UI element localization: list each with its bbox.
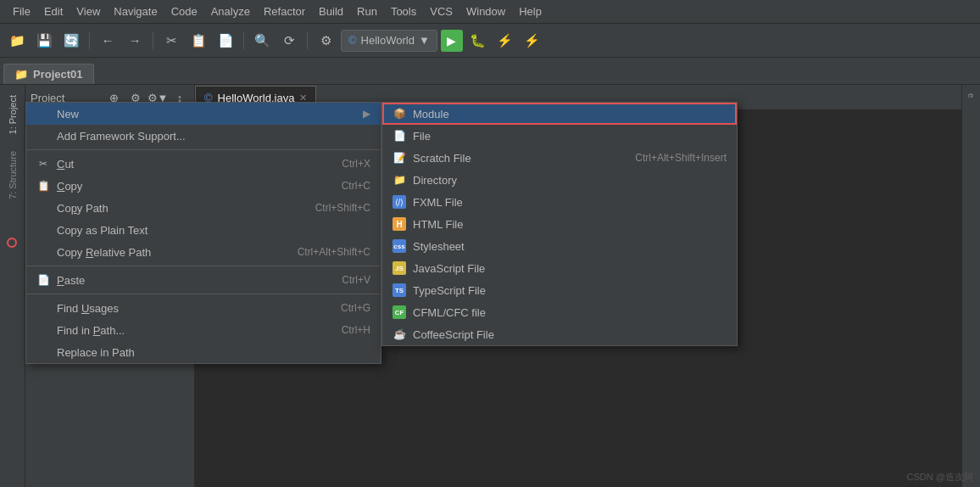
cm-item-new[interactable]: New ▶ xyxy=(26,103,381,125)
open-folder-btn[interactable]: 📁 xyxy=(5,29,29,53)
right-sidebar-label[interactable]: e xyxy=(965,88,977,104)
search-btn[interactable]: 🔍 xyxy=(250,29,274,53)
submenu-shortcut-scratch: Ctrl+Alt+Shift+Insert xyxy=(635,152,727,164)
paste-btn[interactable]: 📄 xyxy=(214,29,237,53)
back-btn[interactable]: ← xyxy=(96,29,120,53)
submenu-item-file[interactable]: 📄 File xyxy=(382,125,737,147)
menu-vcs[interactable]: VCS xyxy=(424,3,459,20)
cm-item-find-path-left: Find in Path... xyxy=(36,323,125,337)
toolbar-sep-3 xyxy=(243,32,244,49)
submenu-item-html-left: H HTML File xyxy=(393,217,463,231)
save-btn[interactable]: 💾 xyxy=(32,29,56,53)
run-config-btn[interactable]: ⚙ xyxy=(314,29,337,53)
replace-btn[interactable]: ⟳ xyxy=(277,29,301,53)
submenu-item-fxml[interactable]: ⟨/⟩ FXML File xyxy=(382,191,737,213)
menu-build[interactable]: Build xyxy=(313,3,349,20)
cm-sep-1 xyxy=(26,149,381,150)
cm-item-replace-path-left: Replace in Path xyxy=(36,345,135,359)
cm-item-copy[interactable]: 📋 Copy Ctrl+C xyxy=(26,175,381,197)
menu-tools[interactable]: Tools xyxy=(385,3,422,20)
submenu-label-html: HTML File xyxy=(413,218,463,231)
cut-icon: ✂ xyxy=(36,157,50,171)
cm-item-cut[interactable]: ✂ Cut Ctrl+X xyxy=(26,153,381,175)
menu-view[interactable]: View xyxy=(70,3,106,20)
cm-item-copy-path[interactable]: Copy Path Ctrl+Shift+C xyxy=(26,197,381,219)
cm-shortcut-find-usages: Ctrl+G xyxy=(341,302,370,314)
submenu-item-ts-left: TS TypeScript File xyxy=(393,283,486,297)
submenu-label-file: File xyxy=(413,130,431,143)
cm-icon-replace-path xyxy=(36,345,50,359)
cm-label-replace-path: Replace in Path xyxy=(57,346,135,359)
menu-edit[interactable]: Edit xyxy=(38,3,69,20)
profile-btn[interactable]: ⚡ xyxy=(521,29,544,53)
cm-label-find-path: Find in Path... xyxy=(57,324,125,337)
menu-file[interactable]: File xyxy=(7,3,36,20)
submenu-new: 📦 Module 📄 File 📝 Scratch File Ctrl+Alt+… xyxy=(381,102,738,346)
menu-refactor[interactable]: Refactor xyxy=(258,3,311,20)
cm-item-find-path[interactable]: Find in Path... Ctrl+H xyxy=(26,319,381,341)
submenu-item-ts[interactable]: TS TypeScript File xyxy=(382,279,737,301)
submenu-item-directory[interactable]: 📁 Directory xyxy=(382,169,737,191)
cm-icon-find-usages xyxy=(36,301,50,315)
menu-navigate[interactable]: Navigate xyxy=(108,3,163,20)
project-tabs: 📁 Project01 xyxy=(0,58,980,85)
run-button[interactable]: ▶ xyxy=(441,30,463,52)
toolbar-sep-2 xyxy=(153,32,153,49)
submenu-label-directory: Directory xyxy=(413,174,457,187)
copy-btn[interactable]: 📋 xyxy=(187,29,210,53)
run-configuration[interactable]: © HelloWorld ▼ xyxy=(341,30,437,52)
cm-shortcut-cut: Ctrl+X xyxy=(342,158,370,170)
project-tab[interactable]: 📁 Project01 xyxy=(3,64,94,84)
cm-item-find-usages-left: Find Usages xyxy=(36,301,119,315)
cm-item-new-left: New xyxy=(36,107,79,120)
debug-btn[interactable]: 🐛 xyxy=(466,29,490,53)
context-menu: New ▶ Add Framework Support... ✂ Cut Ctr… xyxy=(25,102,381,364)
submenu-item-js[interactable]: JS JavaScript File xyxy=(382,257,737,279)
cm-item-replace-path[interactable]: Replace in Path xyxy=(26,341,381,363)
submenu-item-stylesheet[interactable]: css Stylesheet xyxy=(382,235,737,257)
submenu-item-coffee[interactable]: ☕ CoffeeScript File xyxy=(382,323,737,345)
file-icon: 📄 xyxy=(393,129,406,143)
scratch-icon: 📝 xyxy=(393,151,406,165)
submenu-item-html[interactable]: H HTML File xyxy=(382,213,737,235)
cm-item-paste[interactable]: 📄 Paste Ctrl+V xyxy=(26,269,381,291)
submenu-label-cfml: CFML/CFC file xyxy=(413,306,486,319)
cm-item-copy-path-left: Copy Path xyxy=(36,201,109,215)
red-dot-decoration xyxy=(7,238,17,248)
cm-shortcut-copy-path: Ctrl+Shift+C xyxy=(315,202,370,214)
menu-window[interactable]: Window xyxy=(460,3,511,20)
sync-btn[interactable]: 🔄 xyxy=(59,29,83,53)
cm-item-find-usages[interactable]: Find Usages Ctrl+G xyxy=(26,297,381,319)
submenu-item-module[interactable]: 📦 Module xyxy=(382,103,737,125)
submenu-item-module-left: 📦 Module xyxy=(393,107,449,120)
coffee-icon: ☕ xyxy=(393,327,406,341)
submenu-item-scratch[interactable]: 📝 Scratch File Ctrl+Alt+Shift+Insert xyxy=(382,147,737,169)
paste-icon: 📄 xyxy=(36,273,50,287)
cm-icon-new xyxy=(36,107,50,120)
cm-item-copy-relative[interactable]: Copy Relative Path Ctrl+Alt+Shift+C xyxy=(26,241,381,263)
cut-btn[interactable]: ✂ xyxy=(159,29,183,53)
submenu-label-stylesheet: Stylesheet xyxy=(413,240,465,253)
cm-label-copy-relative: Copy Relative Path xyxy=(57,246,151,259)
toolbar-sep-1 xyxy=(89,32,90,49)
coverage-btn[interactable]: ⚡ xyxy=(493,29,517,53)
forward-btn[interactable]: → xyxy=(123,29,147,53)
cm-shortcut-copy: Ctrl+C xyxy=(342,180,370,192)
cm-item-copy-plain-left: Copy as Plain Text xyxy=(36,223,148,237)
cm-item-copy-plain[interactable]: Copy as Plain Text xyxy=(26,219,381,241)
menu-run[interactable]: Run xyxy=(351,3,383,20)
cm-icon-copy-plain xyxy=(36,223,50,237)
cm-sep-2 xyxy=(26,266,381,266)
menu-help[interactable]: Help xyxy=(513,3,548,20)
submenu-item-fxml-left: ⟨/⟩ FXML File xyxy=(393,195,463,209)
submenu-item-cfml[interactable]: CF CFML/CFC file xyxy=(382,301,737,323)
right-sidebar: e xyxy=(961,85,980,487)
menu-code[interactable]: Code xyxy=(165,3,203,20)
cm-label-copy-path: Copy Path xyxy=(57,202,109,215)
sidebar-project-label[interactable]: 1: Project xyxy=(6,88,19,141)
menu-analyze[interactable]: Analyze xyxy=(205,3,256,20)
cm-label-paste: Paste xyxy=(57,274,85,287)
sidebar-structure-label[interactable]: 7: Structure xyxy=(6,144,19,206)
config-dropdown-icon: ▼ xyxy=(419,34,430,47)
cm-item-add-framework[interactable]: Add Framework Support... xyxy=(26,125,381,147)
